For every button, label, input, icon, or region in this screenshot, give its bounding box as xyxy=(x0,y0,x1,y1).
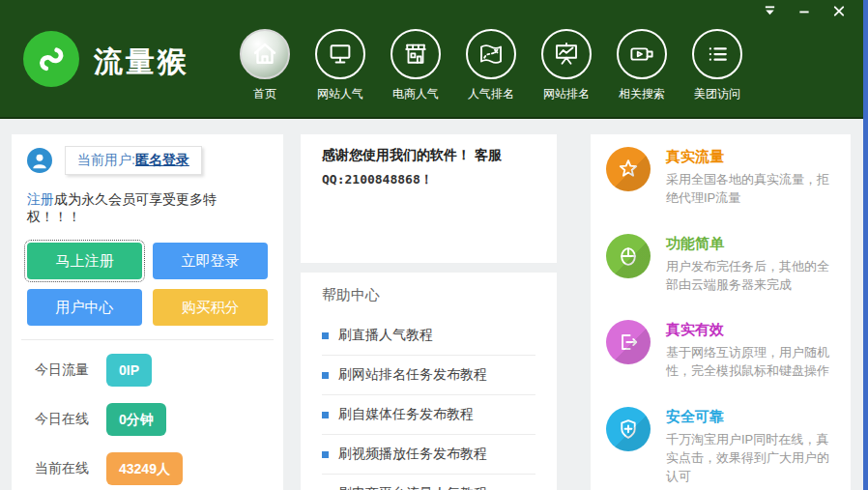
nav-label: 首页 xyxy=(253,86,276,102)
video-icon xyxy=(617,29,667,79)
nav-label: 网站排名 xyxy=(543,86,590,102)
nav-label: 美团访问 xyxy=(694,86,740,102)
register-button[interactable]: 马上注册 xyxy=(27,243,142,279)
main-nav: 首页 网站人气 电商人气 xyxy=(227,29,755,102)
feature-simple-function: 功能简单 用户发布完任务后，其他的全部由云端服务器来完成 xyxy=(591,221,851,308)
feature-desc: 用户发布完任务后，其他的全部由云端服务器来完成 xyxy=(666,258,838,295)
user-center-button[interactable]: 用户中心 xyxy=(27,289,142,326)
feature-desc: 采用全国各地的真实流量，拒绝代理IP流量 xyxy=(666,171,838,208)
help-item-label: 刷视频播放任务发布教程 xyxy=(338,446,487,463)
nav-item-site-traffic[interactable]: 网站人气 xyxy=(303,29,378,102)
stat-value-badge: 43249人 xyxy=(106,452,183,485)
help-item-live-tutorial[interactable]: 刷直播人气教程 xyxy=(322,316,535,356)
help-item-label: 刷自媒体任务发布教程 xyxy=(338,406,474,423)
feature-real-effective: 真实有效 基于网络互访原理，用户随机性，完全模拟鼠标和键盘操作 xyxy=(591,307,851,394)
current-user-row: 当前用户:匿名登录 xyxy=(27,146,268,175)
help-item-label: 刷直播人气教程 xyxy=(338,327,433,344)
buy-points-button[interactable]: 购买积分 xyxy=(153,289,268,326)
help-item-ecommerce-tutorial[interactable]: 刷电商平台流量人气教程 xyxy=(322,475,535,490)
current-user-label: 当前用户: xyxy=(77,152,135,167)
features-panel: 真实流量 采用全国各地的真实流量，拒绝代理IP流量 功能简单 用户发布完任务后，… xyxy=(591,134,851,490)
register-link[interactable]: 注册 xyxy=(27,191,54,207)
close-icon[interactable] xyxy=(830,3,848,18)
window-controls xyxy=(761,3,848,18)
help-item-label: 刷网站排名任务发布教程 xyxy=(338,366,487,384)
feature-title: 真实流量 xyxy=(666,148,838,166)
feature-real-traffic: 真实流量 采用全国各地的真实流量，拒绝代理IP流量 xyxy=(591,134,851,221)
stat-label: 今日流量 xyxy=(35,361,97,379)
feature-safe-reliable: 安全可靠 千万淘宝用户IP同时在线，真实点击，效果得到广大用户的认可 xyxy=(591,394,851,490)
feature-title: 功能简单 xyxy=(666,235,838,253)
bullet-icon xyxy=(322,412,329,418)
monitor-icon xyxy=(315,29,365,79)
nav-item-meituan-visit[interactable]: 美团访问 xyxy=(680,29,755,102)
notice-panel: 感谢您使用我们的软件！ 客服 QQ:2100848868！ xyxy=(301,134,557,263)
promo-rest: 成为永久会员可享受更多特权！！！ xyxy=(27,191,217,224)
nav-item-related-search[interactable]: 相关搜索 xyxy=(604,29,680,102)
help-center-title: 帮助中心 xyxy=(322,286,535,304)
minimize-icon[interactable] xyxy=(796,3,813,18)
nav-label: 相关搜索 xyxy=(619,86,665,102)
header: 流量猴 首页 网站人气 xyxy=(0,0,863,119)
nav-item-home[interactable]: 首页 xyxy=(227,29,303,102)
mouse-icon xyxy=(606,234,651,278)
window-edge xyxy=(863,0,868,490)
bullet-icon xyxy=(322,451,329,458)
exit-arrow-icon xyxy=(606,320,651,364)
storefront-icon xyxy=(391,29,441,79)
nav-label: 人气排名 xyxy=(468,86,514,102)
stat-row-today-online: 今日在线 0分钟 xyxy=(35,403,283,436)
home-icon xyxy=(240,29,290,79)
star-icon xyxy=(606,147,651,191)
map-icon xyxy=(466,29,516,79)
nav-item-ecommerce-traffic[interactable]: 电商人气 xyxy=(378,29,453,102)
help-panel: 帮助中心 刷直播人气教程 刷网站排名任务发布教程 刷自媒体任务发布教程 刷视频播… xyxy=(301,273,557,490)
help-item-self-media-tutorial[interactable]: 刷自媒体任务发布教程 xyxy=(322,395,535,435)
stat-value-badge: 0IP xyxy=(106,354,152,387)
login-button[interactable]: 立即登录 xyxy=(153,243,268,279)
user-panel: 当前用户:匿名登录 注册成为永久会员可享受更多特权！！！ 马上注册 立即登录 用… xyxy=(12,134,283,490)
current-user-name-link[interactable]: 匿名登录 xyxy=(135,152,189,167)
feature-desc: 基于网络互访原理，用户随机性，完全模拟鼠标和键盘操作 xyxy=(666,344,838,381)
stat-row-current-online: 当前在线 43249人 xyxy=(35,452,283,485)
nav-item-site-rank[interactable]: 网站排名 xyxy=(529,29,604,102)
list-icon xyxy=(692,29,742,79)
feature-title: 真实有效 xyxy=(666,321,838,339)
app-logo-icon xyxy=(23,31,79,87)
bullet-icon xyxy=(322,332,329,339)
support-qq: QQ:2100848868！ xyxy=(322,171,535,188)
chart-board-icon xyxy=(541,29,592,79)
account-buttons: 马上注册 立即登录 用户中心 购买积分 xyxy=(27,243,268,326)
current-user-box: 当前用户:匿名登录 xyxy=(65,146,202,175)
stat-label: 当前在线 xyxy=(35,460,97,477)
app-title: 流量猴 xyxy=(94,43,189,82)
stat-label: 今日在线 xyxy=(35,411,97,428)
help-item-site-rank-tutorial[interactable]: 刷网站排名任务发布教程 xyxy=(322,356,535,395)
stats-list: 今日流量 0IP 今日在线 0分钟 当前在线 43249人 xyxy=(12,354,283,490)
help-item-label: 刷电商平台流量人气教程 xyxy=(338,485,487,490)
nav-label: 网站人气 xyxy=(317,86,363,102)
register-promo-text: 注册成为永久会员可享受更多特权！！！ xyxy=(27,191,268,226)
feature-desc: 千万淘宝用户IP同时在线，真实点击，效果得到广大用户的认可 xyxy=(666,431,838,486)
nav-item-popularity-rank[interactable]: 人气排名 xyxy=(453,29,529,102)
divider xyxy=(21,339,274,340)
stat-row-today-traffic: 今日流量 0IP xyxy=(35,354,283,387)
menu-arrow-icon[interactable] xyxy=(761,3,778,18)
user-avatar-icon xyxy=(27,148,52,173)
thanks-message: 感谢您使用我们的软件！ 客服 xyxy=(322,147,535,164)
nav-label: 电商人气 xyxy=(392,86,439,102)
help-item-video-play-tutorial[interactable]: 刷视频播放任务发布教程 xyxy=(322,435,535,475)
bullet-icon xyxy=(322,372,329,379)
stat-value-badge: 0分钟 xyxy=(106,403,166,436)
feature-title: 安全可靠 xyxy=(666,408,838,426)
shield-icon xyxy=(606,407,651,451)
